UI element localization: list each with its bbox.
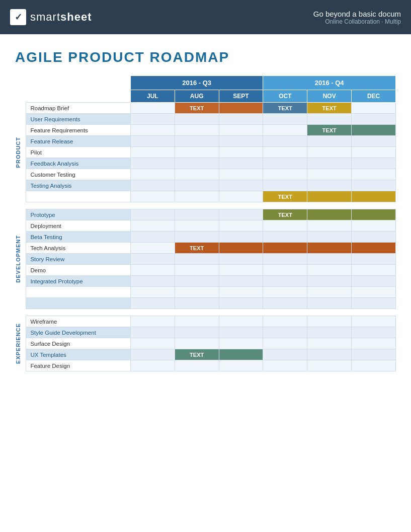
table-row: Story Review [15, 254, 396, 265]
month-oct: OCT [263, 90, 307, 103]
cell [307, 114, 352, 125]
header-tagline: Go beyond a basic docum Online Collabora… [313, 10, 401, 25]
feature-design-label: Feature Design [26, 360, 130, 371]
cell [130, 191, 175, 202]
gantt-table: 2016 - Q3 2016 - Q4 JUL AUG SEPT OCT NOV… [15, 75, 396, 371]
cell [263, 360, 307, 371]
development-label: DEVELOPMENT [15, 235, 21, 283]
product-label: PRODUCT [15, 137, 21, 168]
cell [263, 147, 307, 158]
cell [352, 327, 396, 338]
feedback-label: Feedback Analysis [26, 158, 130, 169]
cell [352, 276, 396, 287]
logo-area: ✓ smartsheet [10, 9, 92, 25]
table-row [15, 298, 396, 309]
cell [352, 287, 396, 298]
tagline-main: Go beyond a basic docum [313, 10, 401, 18]
cell [352, 125, 396, 136]
cell [263, 349, 307, 360]
cell: TEXT [263, 103, 307, 114]
cell [130, 180, 175, 191]
cell [263, 232, 307, 243]
cell [175, 147, 219, 158]
cell [307, 180, 352, 191]
cell [130, 103, 175, 114]
wireframe-label: Wireframe [26, 316, 130, 327]
cell [130, 220, 175, 232]
cell [352, 349, 396, 360]
cell [175, 114, 219, 125]
cell [219, 191, 263, 202]
cell [263, 125, 307, 136]
table-row: Customer Testing [15, 169, 396, 180]
month-dec: DEC [352, 90, 396, 103]
demo-label: Demo [26, 265, 130, 276]
beta-testing-label: Beta Testing [26, 232, 130, 243]
cell [175, 316, 219, 327]
table-row: Beta Testing [15, 232, 396, 243]
cell [307, 243, 352, 254]
cell [130, 232, 175, 243]
cell [130, 360, 175, 371]
table-row: Demo [15, 265, 396, 276]
cell [307, 136, 352, 147]
cell [219, 136, 263, 147]
cell [175, 209, 219, 220]
gantt-wrapper: 2016 - Q3 2016 - Q4 JUL AUG SEPT OCT NOV… [15, 75, 396, 371]
tech-analysis-label: Tech Analysis [26, 243, 130, 254]
cell [219, 147, 263, 158]
table-row: User Requirements [15, 114, 396, 125]
cell [130, 169, 175, 180]
cell: TEXT [307, 125, 352, 136]
style-guide-label: Style Guide Development [26, 327, 130, 338]
cell [175, 360, 219, 371]
month-sept: SEPT [219, 90, 263, 103]
cell [175, 327, 219, 338]
cell [219, 327, 263, 338]
table-row: Deployment [15, 220, 396, 232]
cell [263, 254, 307, 265]
cell [263, 169, 307, 180]
table-row: UX Templates TEXT [15, 349, 396, 360]
cell [263, 316, 307, 327]
cell [175, 276, 219, 287]
cell [352, 191, 396, 202]
table-row: Surface Design [15, 338, 396, 349]
table-row: Integrated Prototype [15, 276, 396, 287]
cell [352, 209, 396, 220]
table-row: Feature Requirements TEXT [15, 125, 396, 136]
spacer-cell [15, 202, 396, 209]
cell [130, 254, 175, 265]
cell [263, 265, 307, 276]
cell [219, 276, 263, 287]
cell: TEXT [175, 103, 219, 114]
deployment-label: Deployment [26, 220, 130, 232]
cell [175, 338, 219, 349]
cell [352, 316, 396, 327]
testing-analysis-label: Testing Analysis [26, 180, 130, 191]
cell [307, 298, 352, 309]
cell [307, 360, 352, 371]
cell: TEXT [175, 349, 219, 360]
cell [352, 147, 396, 158]
feature-release-label: Feature Release [26, 136, 130, 147]
cell [130, 114, 175, 125]
spacer2 [15, 309, 396, 316]
cell [307, 158, 352, 169]
cell [219, 243, 263, 254]
cell [352, 243, 396, 254]
month-header-row: JUL AUG SEPT OCT NOV DEC [15, 90, 396, 103]
product-section-label: PRODUCT [15, 103, 26, 202]
dev-empty-1 [26, 287, 130, 298]
cell [219, 265, 263, 276]
cell [175, 180, 219, 191]
cell [219, 180, 263, 191]
cell [130, 287, 175, 298]
cell [219, 338, 263, 349]
table-row: Style Guide Development [15, 327, 396, 338]
cell [175, 298, 219, 309]
cell [352, 220, 396, 232]
cell [352, 136, 396, 147]
cell [307, 327, 352, 338]
cell [263, 243, 307, 254]
